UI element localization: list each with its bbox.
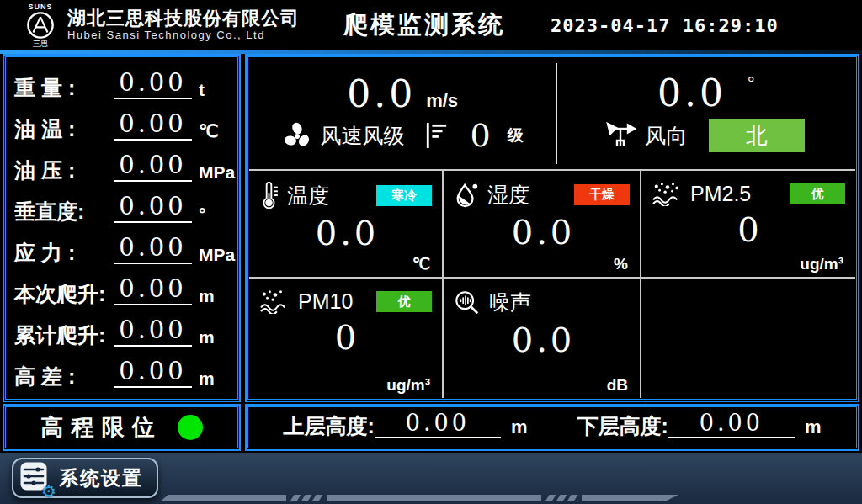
- wind-section: 0.0 m/s 风速风级: [249, 58, 855, 171]
- measurement-unit: °: [192, 204, 231, 223]
- wind-speed-block: 0.0 m/s 风速风级: [249, 58, 556, 169]
- footer-bar: ⚙ 系统设置: [0, 453, 862, 504]
- sensor-label: 温度: [287, 182, 329, 210]
- measurement-row-total-climb: 累计爬升: 0.00 m: [14, 310, 231, 351]
- measurement-row-weight: 重 量 : 0.00 t: [14, 62, 231, 103]
- elevation-limit-box: 高程限位: [3, 404, 241, 451]
- footer-decoration-stripe: [160, 495, 678, 501]
- pm10-cell: PM10 优 0 ug/m³: [249, 279, 444, 398]
- measurement-label: 本次爬升:: [14, 283, 114, 306]
- measurement-value: 0.00: [114, 277, 192, 305]
- measurement-row-height-diff: 高 差 : 0.00 m: [14, 351, 231, 392]
- measurement-value: 0.00: [114, 194, 192, 223]
- measurement-unit: m: [192, 369, 231, 388]
- sensor-value: 0.0: [259, 216, 435, 250]
- measurement-value: 0.00: [114, 71, 192, 99]
- measurement-unit: m: [192, 286, 231, 305]
- measurement-value: 0.00: [114, 359, 192, 388]
- wind-speed-label: 风速风级: [321, 122, 405, 150]
- measurement-row-oil-temp: 油 温 : 0.00 ℃: [14, 103, 231, 145]
- wind-level-value: 0: [471, 119, 491, 151]
- water-drop-icon: [454, 182, 479, 209]
- empty-cell: [641, 279, 855, 398]
- measurement-label: 垂直度:: [14, 200, 114, 224]
- wind-speed-unit: m/s: [426, 90, 458, 112]
- measurement-unit: t: [192, 80, 231, 99]
- datetime-display: 2023-04-17 16:29:10: [551, 15, 779, 36]
- wind-vane-icon: [606, 122, 636, 149]
- lower-height-unit: m: [805, 417, 822, 438]
- measurement-row-stress: 应 力 : 0.00 MPa: [14, 227, 231, 268]
- suns-circle-logo-icon: [26, 11, 55, 40]
- dust-icon: [652, 181, 682, 206]
- noise-icon: [454, 289, 481, 316]
- sensor-label: 湿度: [487, 181, 529, 209]
- elevation-limit-label: 高程限位: [41, 412, 162, 443]
- pm25-status-badge: 优: [790, 183, 845, 204]
- upper-height-label: 上层高度:: [284, 415, 375, 438]
- wind-section-divider: [556, 63, 557, 164]
- environment-panel: 0.0 m/s 风速风级: [245, 54, 859, 402]
- company-logo: SUNS 三思: [20, 3, 61, 48]
- wind-level-icon: [425, 121, 449, 150]
- measurement-unit: MPa: [192, 245, 231, 264]
- gear-icon: ⚙: [41, 483, 56, 500]
- measurement-label: 重 量 :: [14, 77, 114, 100]
- lower-height-value: 0.00: [668, 411, 795, 438]
- company-name-block: 湖北三思科技股份有限公司 Hubei Sansi Technology Co.,…: [67, 8, 300, 42]
- logo-bottom-text: 三思: [33, 40, 48, 48]
- thermometer-icon: [259, 181, 279, 210]
- lower-height-group: 下层高度: 0.00 m: [552, 411, 846, 444]
- bottom-row: 高程限位 上层高度: 0.00 m 下层高度: 0.00 m: [3, 404, 859, 451]
- temperature-status-badge: 寒冷: [376, 185, 432, 206]
- humidity-cell: 湿度 干燥 0.0 %: [444, 171, 641, 279]
- wind-direction-value: 0.0: [657, 75, 726, 112]
- wind-direction-block: 0.0 °: [556, 58, 855, 169]
- system-settings-button[interactable]: ⚙ 系统设置: [12, 458, 158, 498]
- wind-level-unit: 级: [508, 125, 524, 146]
- humidity-status-badge: 干燥: [574, 184, 630, 205]
- logo-top-text: SUNS: [28, 3, 52, 11]
- measurement-value: 0.00: [114, 318, 192, 347]
- sensor-grid: 温度 寒冷 0.0 ℃ 湿度 干燥: [249, 171, 855, 398]
- sensor-value: 0.0: [454, 323, 633, 357]
- sliders-gear-icon: ⚙: [20, 462, 51, 494]
- measurement-label: 油 压 :: [14, 159, 114, 183]
- sensor-unit: ug/m³: [386, 376, 430, 395]
- sensor-value: 0: [652, 213, 849, 247]
- measurement-unit: ℃: [192, 121, 231, 141]
- wind-speed-value: 0.0: [347, 76, 416, 113]
- sensor-unit: ug/m³: [800, 255, 843, 273]
- sensor-label: PM10: [298, 289, 353, 314]
- pm10-status-badge: 优: [376, 291, 432, 312]
- measurement-unit: m: [192, 327, 231, 347]
- header: SUNS 三思 湖北三思科技股份有限公司 Hubei Sansi Technol…: [0, 0, 862, 50]
- measurement-label: 高 差 :: [14, 365, 114, 389]
- sensor-unit: ℃: [412, 254, 430, 273]
- levels-height-box: 上层高度: 0.00 m 下层高度: 0.00 m: [245, 404, 859, 451]
- upper-height-value: 0.00: [375, 411, 501, 438]
- sensor-unit: dB: [607, 376, 628, 395]
- measurement-label: 累计爬升:: [14, 324, 114, 347]
- wind-direction-label: 风向: [645, 122, 687, 150]
- measurements-panel: 重 量 : 0.00 t 油 温 : 0.00 ℃ 油 压 : 0.00 MPa…: [3, 54, 241, 402]
- measurement-label: 应 力 :: [14, 241, 114, 265]
- measurement-value: 0.00: [114, 112, 192, 141]
- sensor-label: PM2.5: [690, 182, 751, 206]
- dust-icon: [259, 289, 290, 314]
- sensor-value: 0.0: [454, 215, 633, 249]
- wind-direction-unit: °: [748, 73, 755, 94]
- wind-direction-button[interactable]: 北: [709, 119, 805, 152]
- company-name-en: Hubei Sansi Technology Co., Ltd: [67, 29, 300, 42]
- measurement-row-current-climb: 本次爬升: 0.00 m: [14, 268, 231, 310]
- lower-height-label: 下层高度:: [577, 415, 668, 438]
- measurement-unit: MPa: [192, 162, 231, 182]
- pm25-cell: PM2.5 优 0 ug/m³: [641, 171, 855, 279]
- measurement-value: 0.00: [114, 153, 192, 182]
- elevation-limit-status-light: [178, 415, 203, 440]
- measurement-row-oil-pressure: 油 压 : 0.00 MPa: [14, 145, 231, 186]
- page-title: 爬模监测系统: [343, 8, 505, 42]
- noise-cell: 噪声 0.0 dB: [444, 279, 641, 398]
- sensor-value: 0: [259, 321, 435, 354]
- measurement-value: 0.00: [114, 236, 192, 264]
